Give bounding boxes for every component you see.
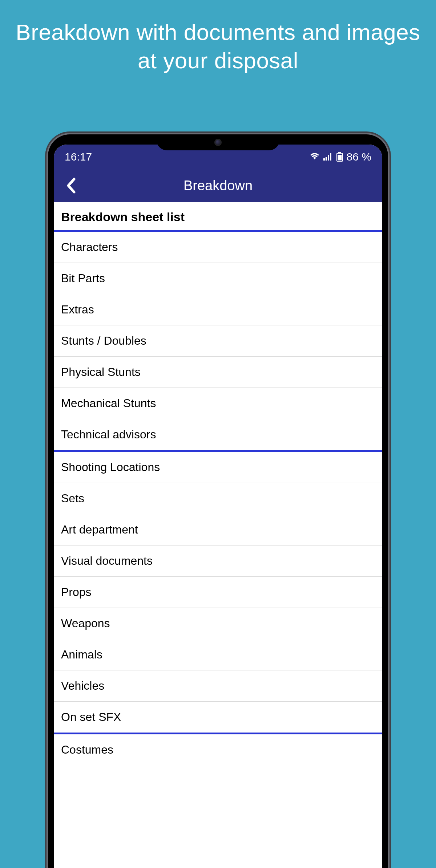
app-bar: Breakdown: [54, 169, 382, 202]
svg-rect-3: [330, 153, 331, 161]
list-item[interactable]: Physical Stunts: [54, 357, 382, 388]
svg-rect-0: [323, 158, 325, 161]
camera-dot: [214, 139, 222, 146]
list-item[interactable]: Stunts / Doubles: [54, 325, 382, 357]
chevron-left-icon: [65, 178, 76, 194]
phone-notch: [156, 134, 280, 150]
phone-frame: 16:17: [48, 134, 388, 868]
list-item[interactable]: Sets: [54, 483, 382, 514]
list-item[interactable]: Technical advisors: [54, 419, 382, 452]
phone-screen: 16:17: [54, 145, 382, 868]
back-button[interactable]: [62, 177, 80, 195]
battery-percentage: 86 %: [347, 151, 371, 163]
status-time: 16:17: [65, 151, 92, 163]
wifi-icon: [310, 153, 320, 161]
svg-rect-2: [328, 155, 329, 161]
list-item[interactable]: Vehicles: [54, 670, 382, 702]
svg-rect-1: [326, 157, 327, 161]
status-right: 86 %: [310, 151, 371, 163]
list-item[interactable]: Characters: [54, 232, 382, 263]
cellular-icon: [323, 153, 333, 161]
section-header: Breakdown sheet list: [54, 202, 382, 232]
list-item[interactable]: Animals: [54, 639, 382, 670]
list-item[interactable]: Mechanical Stunts: [54, 388, 382, 419]
list-item[interactable]: Extras: [54, 294, 382, 325]
battery-icon: [336, 152, 343, 162]
list-item[interactable]: Bit Parts: [54, 263, 382, 294]
svg-rect-6: [338, 155, 342, 161]
list-item[interactable]: Props: [54, 577, 382, 608]
list-item[interactable]: Weapons: [54, 608, 382, 639]
breakdown-list[interactable]: Breakdown sheet list CharactersBit Parts…: [54, 202, 382, 868]
list-item[interactable]: Art department: [54, 514, 382, 545]
list-item[interactable]: Shooting Locations: [54, 452, 382, 483]
app-bar-title: Breakdown: [54, 178, 382, 194]
list-item[interactable]: On set SFX: [54, 702, 382, 734]
list-item[interactable]: Visual documents: [54, 545, 382, 577]
list-item-partial[interactable]: Costumes: [54, 734, 382, 757]
promo-title: Breakdown with documents and images at y…: [0, 0, 436, 74]
